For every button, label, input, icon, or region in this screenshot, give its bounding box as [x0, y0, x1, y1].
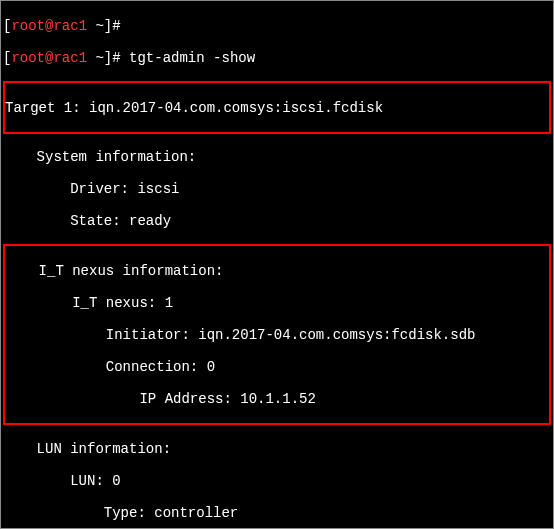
system-info-header: System information: [3, 149, 551, 165]
prompt-line-2[interactable]: [root@rac1 ~]# tgt-admin -show [3, 50, 551, 66]
driver-line: Driver: iscsi [3, 181, 551, 197]
prompt-user: root [11, 50, 45, 66]
ip-address-line: IP Address: 10.1.1.52 [5, 391, 549, 407]
lun0-type: Type: controller [3, 505, 551, 521]
lun-0-header: LUN: 0 [3, 473, 551, 489]
highlight-target-line: Target 1: iqn.2017-04.com.comsys:iscsi.f… [3, 81, 551, 133]
highlight-nexus-block: I_T nexus information: I_T nexus: 1 Init… [3, 244, 551, 425]
prompt-line-1[interactable]: [root@rac1 ~]# [3, 18, 551, 34]
initiator-line: Initiator: iqn.2017-04.com.comsys:fcdisk… [5, 327, 549, 343]
state-line: State: ready [3, 213, 551, 229]
prompt-path: ~ [95, 50, 103, 66]
cmd-tgt-admin: tgt-admin -show [129, 50, 255, 66]
it-nexus-1: I_T nexus: 1 [5, 295, 549, 311]
prompt-user: root [11, 18, 45, 34]
terminal-output: [root@rac1 ~]# [root@rac1 ~]# tgt-admin … [1, 1, 553, 529]
prompt-hash: # [112, 18, 120, 34]
bracket: ] [104, 18, 112, 34]
prompt-hash: # [112, 50, 120, 66]
bracket: ] [104, 50, 112, 66]
connection-line: Connection: 0 [5, 359, 549, 375]
prompt-host: rac1 [53, 18, 87, 34]
target-line: Target 1: iqn.2017-04.com.comsys:iscsi.f… [5, 100, 549, 116]
prompt-path: ~ [95, 18, 103, 34]
it-nexus-header: I_T nexus information: [5, 263, 549, 279]
prompt-host: rac1 [53, 50, 87, 66]
lun-info-header: LUN information: [3, 441, 551, 457]
